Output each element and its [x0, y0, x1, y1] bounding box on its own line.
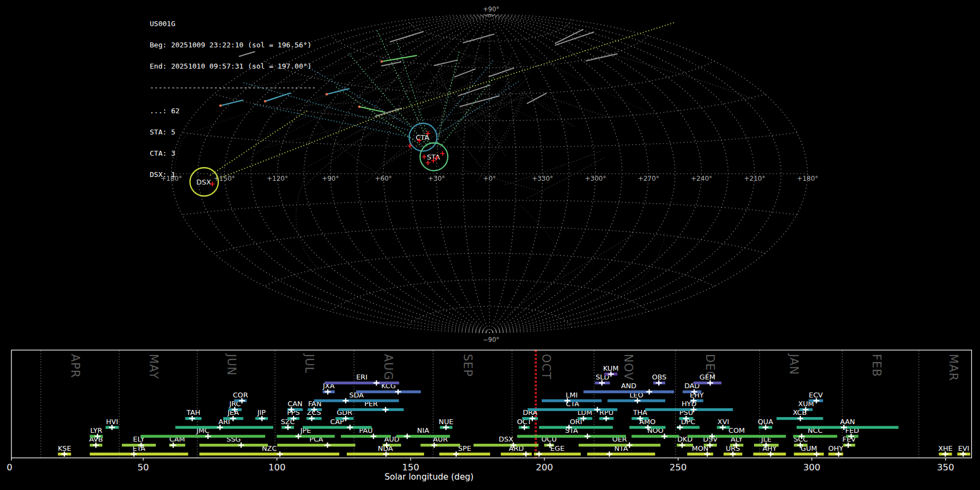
meteor-streak	[390, 32, 423, 42]
map-longitude-label: +60°	[375, 175, 392, 182]
meteor-trail-gray	[437, 78, 482, 168]
shower-peak-marker	[679, 443, 685, 448]
meteor-trail-gray	[598, 51, 756, 100]
meteor-tip-dot	[381, 60, 383, 63]
count-unassociated: ...: 62	[150, 107, 316, 114]
month-label: JAN	[787, 353, 800, 375]
shower-peak-marker	[707, 381, 713, 386]
shower-peak-marker	[443, 425, 449, 430]
shower-bar	[539, 426, 613, 428]
shower-peak-marker	[217, 425, 223, 430]
shower-bar	[90, 452, 188, 455]
meteor-trail-gray	[520, 206, 564, 280]
x-axis-tick-label: 350	[937, 462, 954, 473]
shower-code-label: JIP	[257, 408, 266, 416]
meteor-streak	[434, 60, 458, 65]
shower-code-label: EVI	[958, 444, 970, 452]
meteor-trail-gray	[416, 62, 511, 103]
month-label: FEB	[870, 354, 883, 377]
shower-peak-marker	[603, 416, 609, 421]
map-longitude-label: +300°	[585, 175, 606, 182]
shower-code-label: CAN	[287, 400, 302, 408]
shower-peak-marker	[797, 416, 803, 421]
shower-peak-marker	[62, 451, 68, 457]
meteor-streak	[375, 108, 401, 117]
shower-bar	[303, 426, 372, 428]
shower-bar	[542, 399, 602, 402]
count-sta: STA: 5	[150, 128, 316, 136]
meteor-trail-gray	[343, 66, 425, 97]
graticule-meridian	[489, 15, 675, 333]
shower-peak-marker	[599, 381, 605, 386]
x-axis-tick-label: 250	[670, 462, 687, 473]
map-longitude-label: +90°	[322, 175, 339, 182]
shower-code-label: DSX	[499, 435, 513, 443]
shower-peak-marker	[523, 451, 529, 457]
shower-peak-marker	[705, 451, 710, 457]
shower-peak-marker	[845, 443, 851, 448]
x-axis-tick-label: 0	[7, 462, 13, 473]
shower-code-label: NIA	[417, 426, 429, 434]
shower-peak-marker	[730, 451, 736, 457]
shower-peak-marker	[453, 451, 459, 457]
meteor-tip-dot	[326, 93, 328, 96]
shower-bar	[645, 408, 733, 411]
meteor-trail-gray	[493, 40, 532, 75]
shower-peak-marker	[646, 389, 652, 395]
shower-peak-marker	[93, 443, 99, 448]
count-cta: CTA: 3	[150, 150, 316, 157]
shower-peak-marker	[205, 434, 211, 439]
shower-code-label: QUA	[758, 418, 773, 426]
map-longitude-label: +210°	[744, 175, 765, 182]
shower-peak-marker	[960, 451, 966, 457]
shower-peak-marker	[536, 451, 542, 457]
shower-code-label: TAH	[186, 408, 200, 416]
meteor-streak	[555, 29, 583, 43]
shower-peak-marker	[584, 434, 590, 439]
meteor-streak	[586, 54, 617, 61]
meteor-trail-shower	[336, 87, 424, 147]
shower-bar	[356, 390, 421, 393]
meteor-trail-gray	[379, 78, 527, 164]
shower-code-label: COM	[728, 426, 745, 434]
shower-bar	[584, 390, 675, 393]
shower-bar	[797, 426, 898, 428]
shower-code-label: OHY	[828, 444, 843, 452]
shower-code-label: THA	[633, 408, 647, 416]
shower-peak-marker	[634, 398, 640, 403]
shower-peak-marker	[238, 443, 244, 448]
separator-line: ---------------------------------------	[150, 84, 316, 91]
meteor-trail-shower	[349, 54, 427, 145]
shower-peak-marker	[325, 389, 331, 395]
meteor-trail-gray	[371, 34, 461, 45]
meteor-trail-gray	[534, 55, 655, 117]
map-pole-label-top: +90°	[483, 5, 499, 13]
shower-bar	[474, 444, 538, 446]
map-longitude-label: +180°	[797, 175, 818, 182]
graticule-meridian	[489, 15, 648, 333]
shower-peak-marker	[309, 416, 315, 421]
meteor-trail-gray	[383, 76, 515, 166]
shower-code-label: NUE	[439, 418, 454, 426]
shower-peak-marker	[383, 451, 389, 457]
shower-code-label: LYR	[90, 426, 102, 434]
x-axis-tick-label: 300	[803, 462, 820, 473]
map-pole-label-bottom: −90°	[483, 336, 499, 344]
shower-peak-marker	[836, 451, 842, 457]
month-label: AUG	[382, 354, 395, 381]
shower-peak-marker	[768, 451, 774, 457]
shower-peak-marker	[295, 434, 301, 439]
shower-bar	[587, 452, 655, 455]
map-longitude-label: +330°	[532, 175, 553, 182]
month-label: MAR	[947, 354, 960, 381]
shower-code-label: HVI	[106, 418, 118, 426]
month-label: MAY	[147, 354, 160, 379]
shower-peak-marker	[522, 425, 528, 430]
shower-code-label: AND	[621, 382, 636, 390]
meteor-trail-gray	[453, 91, 525, 133]
obs-begin: Beg: 20251009 23:22:10 (sol = 196.56°)	[150, 41, 316, 48]
shower-bar	[324, 382, 399, 384]
shower-peak-marker	[189, 416, 195, 421]
map-longitude-label: +270°	[638, 175, 659, 182]
shower-code-label: ECV	[809, 391, 823, 399]
